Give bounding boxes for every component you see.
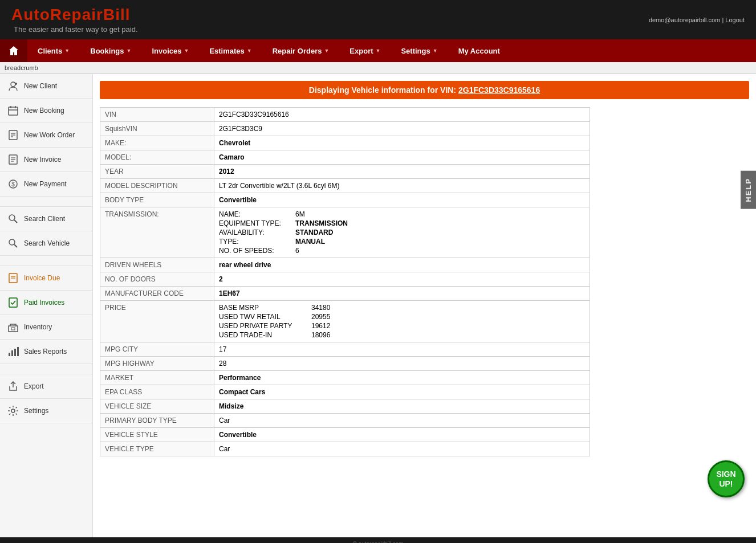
svg-point-31 [11,409,15,413]
sidebar-item-paid-invoices[interactable]: Paid Invoices [0,291,92,315]
value-vin: 2G1FC3D33C9165616 [214,108,590,122]
label-year: YEAR [100,165,214,179]
sidebar-label-inventory: Inventory [24,323,52,331]
sidebar-item-sales-reports[interactable]: Sales Reports [0,340,92,364]
label-epa-class: EPA CLASS [100,385,214,399]
svg-point-0 [11,82,15,87]
label-model: MODEL: [100,150,214,165]
trans-equip-value: TRANSMISSION [295,219,585,227]
sidebar-item-invoice-due[interactable]: Invoice Due [0,266,92,291]
nav-export[interactable]: Export ▼ [339,39,391,62]
signup-button[interactable]: SIGNUP! [708,460,745,497]
value-vehicle-type: Car [214,442,590,456]
sidebar-label-export: Export [24,382,44,390]
label-market: MARKET [100,371,214,385]
svg-rect-24 [9,298,17,307]
sidebar-item-settings[interactable]: Settings [0,399,92,423]
settings-icon [7,405,19,417]
trans-avail-value: STANDARD [295,228,585,236]
table-row: SquishVIN 2G1FC3D3C9 [100,122,590,136]
sidebar-label-paid-invoices: Paid Invoices [24,299,64,307]
trans-type-label: TYPE: [219,238,293,246]
logo-main: AutoRepair [11,6,103,23]
svg-line-18 [14,220,17,223]
value-no-of-doors: 2 [214,272,590,287]
new-invoice-icon [7,153,19,166]
table-row: YEAR 2012 [100,165,590,179]
nav-bar: Clients ▼ Bookings ▼ Invoices ▼ Estimate… [0,39,756,62]
search-client-icon [7,213,19,225]
svg-point-19 [9,239,15,245]
export-icon [7,380,19,393]
label-body-type: BODY TYPE [100,193,214,207]
breadcrumb: breadcrumb [0,62,756,74]
sidebar-label-new-booking: New Booking [24,107,64,115]
table-row: MAKE: Chevrolet [100,136,590,150]
invoice-due-icon [7,272,19,284]
nav-my-account[interactable]: My Account [448,39,510,62]
nav-home[interactable] [0,39,27,62]
sidebar-item-search-client[interactable]: Search Client [0,207,92,231]
price-base-value: 34180 [311,304,357,312]
table-row: VEHICLE SIZE Midsize [100,399,590,414]
nav-clients[interactable]: Clients ▼ [27,39,80,62]
sidebar-item-new-invoice[interactable]: New Invoice [0,148,92,172]
price-detail: BASE MSRP 34180 USED TWV RETAIL 20955 US… [219,304,585,339]
trans-name-label: NAME: [219,210,293,218]
svg-rect-26 [11,328,15,330]
table-row: BODY TYPE Convertible [100,193,590,207]
svg-rect-28 [11,350,13,356]
sidebar-label-settings: Settings [24,407,48,415]
sidebar-item-new-booking[interactable]: New Booking [0,99,92,123]
sidebar-item-inventory[interactable]: Inventory [0,315,92,340]
nav-estimates[interactable]: Estimates ▼ [199,39,262,62]
nav-settings[interactable]: Settings ▼ [391,39,448,62]
sidebar-label-new-invoice: New Invoice [24,156,61,164]
inventory-icon [7,321,19,333]
sidebar-item-new-work-order[interactable]: New Work Order [0,123,92,148]
svg-rect-30 [17,347,19,356]
value-transmission: NAME: 6M EQUIPMENT TYPE: TRANSMISSION AV… [214,207,590,258]
sales-reports-icon [7,345,19,358]
value-mpg-highway: 28 [214,357,590,371]
table-row: MPG HIGHWAY 28 [100,357,590,371]
label-no-of-doors: NO. OF DOORS [100,272,214,287]
nav-invoices[interactable]: Invoices ▼ [141,39,199,62]
price-trade-value: 18096 [311,331,357,339]
sidebar-item-export[interactable]: Export [0,374,92,399]
table-row: VIN 2G1FC3D33C9165616 [100,108,590,122]
value-driven-wheels: rear wheel drive [214,258,590,272]
help-tab[interactable]: HELP [741,171,756,209]
vin-banner: Displaying Vehicle information for VIN: … [100,81,749,99]
svg-rect-29 [14,349,16,356]
trans-speeds-value: 6 [295,247,585,255]
sidebar: New Client New Booking New Work Order Ne… [0,74,93,537]
value-vehicle-style: Convertible [214,428,590,442]
nav-bookings[interactable]: Bookings ▼ [80,39,141,62]
label-primary-body-type: PRIMARY BODY TYPE [100,414,214,428]
user-info[interactable]: demo@autorepairbill.com | Logout [649,17,745,23]
table-row: VEHICLE TYPE Car [100,442,590,456]
label-mpg-city: MPG CITY [100,342,214,357]
sidebar-item-search-vehicle[interactable]: Search Vehicle [0,231,92,256]
svg-rect-25 [9,326,18,332]
table-row: MPG CITY 17 [100,342,590,357]
tagline: The easier and faster way to get paid. [14,25,138,34]
new-work-order-icon [7,129,19,141]
price-base-label: BASE MSRP [219,304,310,312]
label-price: PRICE [100,301,214,342]
sidebar-item-new-payment[interactable]: $ New Payment [0,172,92,197]
sidebar-item-new-client[interactable]: New Client [0,74,92,99]
value-primary-body-type: Car [214,414,590,428]
label-transmission: TRANSMISSION: [100,207,214,258]
value-vehicle-size: Midsize [214,399,590,414]
new-payment-icon: $ [7,178,19,190]
table-row: MODEL DESCRIPTION LT 2dr Convertible w/2… [100,179,590,193]
svg-text:$: $ [11,181,15,187]
table-row: EPA CLASS Compact Cars [100,385,590,399]
trans-speeds-label: NO. OF SPEEDS: [219,247,293,255]
sidebar-label-sales-reports: Sales Reports [24,348,67,356]
nav-repair-orders[interactable]: Repair Orders ▼ [262,39,340,62]
label-squish-vin: SquishVIN [100,122,214,136]
table-row: MARKET Performance [100,371,590,385]
